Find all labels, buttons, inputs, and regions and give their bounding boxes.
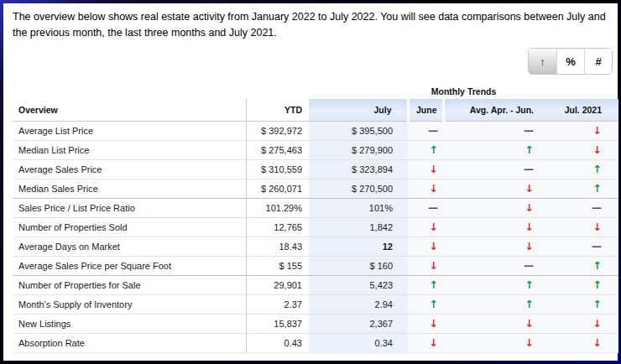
trend-up-icon: ↑ xyxy=(430,143,438,156)
trend-flat-icon: — xyxy=(428,125,438,137)
table-row: Sales Price / List Price Ratio101.29%101… xyxy=(13,198,618,217)
jul-2021-trend: ↑ xyxy=(554,179,618,198)
ytd-value: 12,765 xyxy=(246,217,309,237)
table-row: Average Sales Price$ 310,559$ 323,894↓—↑ xyxy=(13,159,618,179)
metric-label: Average Sales Price xyxy=(13,159,246,179)
trend-down-icon: ↓ xyxy=(430,336,438,349)
june-trend: ↑ xyxy=(408,294,443,314)
column-header-overview: Overview xyxy=(13,99,246,121)
july-value: $ 279,900 xyxy=(309,140,408,159)
july-value: 12 xyxy=(309,237,408,256)
avg-apr-jun-trend: ↓ xyxy=(443,217,554,237)
jul-2021-trend: ↓ xyxy=(554,217,618,237)
ytd-value: $ 310,559 xyxy=(246,159,309,179)
trend-flat-icon: — xyxy=(592,202,602,214)
avg-apr-jun-trend: — xyxy=(443,256,554,275)
trend-down-icon: ↓ xyxy=(525,317,534,330)
ytd-value: $ 392,972 xyxy=(246,121,309,140)
july-value: 1,842 xyxy=(309,217,408,237)
ytd-value: 15,837 xyxy=(246,314,309,333)
table-row: Number of Properties for Sale29,9015,423… xyxy=(13,275,618,294)
trend-flat-icon: — xyxy=(428,202,438,214)
avg-apr-jun-trend: ↓ xyxy=(443,237,554,256)
metric-label: Number of Properties for Sale xyxy=(13,275,246,294)
trend-up-icon: ↑ xyxy=(430,278,438,291)
trend-up-icon: ↑ xyxy=(593,259,602,272)
table-row: Absorption Rate0.430.34↓↓↓ xyxy=(13,333,618,352)
trend-up-icon: ↑ xyxy=(525,278,534,291)
trend-down-icon: ↓ xyxy=(525,182,534,195)
avg-apr-jun-trend: ↓ xyxy=(443,333,554,352)
jul-2021-trend: ↓ xyxy=(554,121,618,140)
june-trend: — xyxy=(408,198,443,217)
july-value: 5,423 xyxy=(309,275,408,294)
ytd-value: 18.43 xyxy=(246,237,309,256)
trend-up-icon: ↑ xyxy=(593,278,602,291)
june-trend: ↓ xyxy=(408,159,443,179)
table-row: Median Sales Price$ 260,071$ 270,500↓↓↑ xyxy=(13,179,618,198)
trend-down-icon: ↓ xyxy=(430,240,438,252)
july-value: $ 270,500 xyxy=(309,179,408,198)
july-value: 2.94 xyxy=(309,294,408,314)
trend-flat-icon: — xyxy=(592,241,602,252)
trend-up-icon: ↑ xyxy=(593,298,602,310)
july-value: 101% xyxy=(309,198,408,217)
column-header-july: July xyxy=(309,99,408,121)
table-row: Average List Price$ 392,972$ 395,500——↓ xyxy=(13,121,618,140)
table-row: Median List Price$ 275,463$ 279,900↑↑↓ xyxy=(13,140,618,159)
monthly-trends-row: Monthly Trends xyxy=(13,83,618,99)
jul-2021-trend: ↓ xyxy=(554,314,618,333)
trend-down-icon: ↓ xyxy=(593,336,602,349)
metric-label: Absorption Rate xyxy=(13,333,246,352)
jul-2021-trend: ↑ xyxy=(554,294,618,314)
july-value: $ 323,894 xyxy=(309,159,408,179)
table-row: Number of Properties Sold12,7651,842↓↓↓ xyxy=(13,217,618,237)
monthly-trends-header: Monthly Trends xyxy=(309,83,618,99)
june-trend: ↓ xyxy=(408,256,443,275)
june-trend: ↑ xyxy=(408,275,443,294)
jul-2021-trend: ↑ xyxy=(554,275,618,294)
overview-table: Monthly Trends Overview YTD July June Av… xyxy=(13,83,618,353)
ytd-value: $ 155 xyxy=(246,256,309,275)
ytd-value: $ 275,463 xyxy=(246,140,309,159)
july-value: $ 395,500 xyxy=(309,121,408,140)
trend-down-icon: ↓ xyxy=(430,317,438,330)
trend-down-icon: ↓ xyxy=(525,336,534,349)
ytd-value: 0.43 xyxy=(246,333,309,352)
trend-up-icon: ↑ xyxy=(430,298,438,310)
number-view-button[interactable]: # xyxy=(584,49,612,74)
trend-flat-icon: — xyxy=(524,260,534,272)
avg-apr-jun-trend: ↑ xyxy=(443,140,554,159)
trend-up-icon: ↑ xyxy=(593,182,602,195)
trend-down-icon: ↓ xyxy=(525,221,534,233)
trend-down-icon: ↓ xyxy=(430,259,438,272)
avg-apr-jun-trend: ↑ xyxy=(443,294,554,314)
june-trend: ↓ xyxy=(408,237,443,256)
june-trend: — xyxy=(408,121,443,140)
trend-down-icon: ↓ xyxy=(593,221,602,233)
metric-label: Number of Properties Sold xyxy=(13,217,246,237)
trend-up-icon: ↑ xyxy=(593,163,602,175)
avg-apr-jun-trend: — xyxy=(443,159,554,179)
trend-down-icon: ↓ xyxy=(430,221,438,233)
jul-2021-trend: ↑ xyxy=(554,256,618,275)
ytd-value: $ 260,071 xyxy=(246,179,309,198)
table-row: New Listings15,8372,367↓↓↓ xyxy=(13,314,618,333)
column-header-row: Overview YTD July June Avg. Apr. - Jun. … xyxy=(13,99,618,121)
trend-flat-icon: — xyxy=(524,164,534,175)
metric-label: Sales Price / List Price Ratio xyxy=(13,198,246,217)
trend-down-icon: ↓ xyxy=(593,143,602,156)
metric-label: Median Sales Price xyxy=(13,179,246,198)
trend-down-icon: ↓ xyxy=(525,201,534,214)
june-trend: ↑ xyxy=(408,140,443,159)
trend-flat-icon: — xyxy=(524,125,534,137)
percent-view-button[interactable]: % xyxy=(556,49,584,74)
trend-arrows-view-button[interactable]: ↑ xyxy=(529,49,556,74)
jul-2021-trend: — xyxy=(554,198,618,217)
june-trend: ↓ xyxy=(408,333,443,352)
report-frame: The overview below shows real estate act… xyxy=(0,0,621,364)
column-header-avg-apr-jun: Avg. Apr. - Jun. xyxy=(443,99,554,121)
metric-label: Average List Price xyxy=(13,121,246,140)
trend-down-icon: ↓ xyxy=(430,182,438,195)
trend-down-icon: ↓ xyxy=(525,240,534,252)
